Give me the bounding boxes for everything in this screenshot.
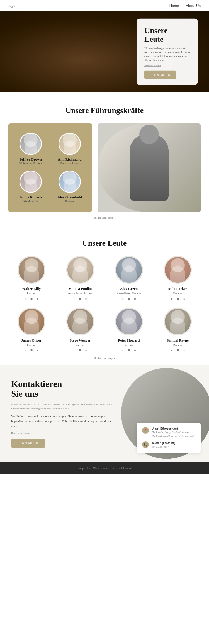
facebook-icon-2[interactable]: f (121, 297, 125, 301)
leadership-freepik-caption: Bilder von Freepik (8, 216, 201, 219)
contact-freepik-link[interactable]: Freepik (23, 431, 30, 434)
hero-learn-more-button[interactable]: LERN MEHR (144, 70, 176, 79)
facebook-icon-4[interactable]: f (23, 348, 28, 353)
person-name-5: Steve Weaver (57, 338, 103, 343)
person-avatar-monica (66, 256, 94, 284)
leader-avatar-alexg (59, 171, 81, 193)
nav-about[interactable]: About Us (186, 4, 201, 8)
instagram-icon-3[interactable]: ☰ (176, 297, 180, 301)
person-avatar-steve (66, 308, 94, 335)
person-name-2: Alex Green (106, 287, 152, 291)
nav-home[interactable]: Home (169, 4, 179, 8)
hero-title: Unsere Leute (144, 26, 190, 44)
person-avatar-alexg2 (115, 256, 143, 284)
linkedin-icon-3[interactable]: in (182, 297, 186, 301)
leader-avatar-jennie (20, 171, 42, 193)
social-icons-3: f ☰ in (155, 297, 201, 301)
person-role-0: Partner (8, 292, 54, 295)
leader-name-jennie: Jennie Roberts (14, 195, 47, 199)
leadership-section: Unsere Führungskräfte Jeffrey Brown Welt… (0, 92, 209, 228)
social-icons-0: f ☰ in (8, 297, 54, 301)
phone-info-text: Telefon (Festnetz) +912 3 567 8987 (152, 441, 175, 449)
contact-description-1: laoreet suspendisse interdum consectetur… (11, 403, 117, 411)
person-name-3: Mila Parker (155, 287, 201, 291)
social-icons-4: f ☰ in (8, 348, 54, 353)
office-address-1: The Interior Design Studio Company (152, 431, 194, 434)
leadership-person-photo (98, 123, 201, 212)
instagram-icon-1[interactable]: ☰ (78, 297, 82, 301)
office-info-item: 📍 Unser Bürostandort The Interior Design… (142, 427, 195, 438)
leader-role-alexg: Partner (53, 199, 86, 203)
leader-card-ann: Ann Richmond Kreativer Leiter (53, 133, 86, 165)
person-role-6: Partner (106, 343, 152, 347)
social-icons-6: f ☰ in (106, 348, 152, 353)
person-card-6: Peter Howard Partner f ☰ in (106, 308, 152, 353)
leader-role-jennie: Vorsitzende (14, 199, 47, 203)
person-avatar-walter (18, 256, 45, 284)
office-label: Unser Bürostandort (152, 427, 194, 430)
linkedin-icon-1[interactable]: in (84, 297, 89, 301)
person-card-0: Walter Lilly Partner f ☰ in (8, 256, 54, 301)
linkedin-icon-5[interactable]: in (84, 348, 89, 353)
facebook-icon-3[interactable]: f (169, 297, 174, 301)
people-title: Unsere Leute (8, 239, 201, 248)
phone-info-item: 📞 Telefon (Festnetz) +912 3 567 8987 (142, 441, 195, 449)
facebook-icon-0[interactable]: f (23, 297, 28, 301)
people-grid: Walter Lilly Partner f ☰ in Monica Pouli… (8, 256, 201, 353)
leader-card-jennie: Jennie Roberts Vorsitzende (14, 171, 47, 203)
person-name-1: Monica Pouliot (57, 287, 103, 291)
leader-name-ann: Ann Richmond (53, 157, 86, 162)
linkedin-icon-7[interactable]: in (182, 348, 186, 353)
person-card-4: James Oliver Partner f ☰ in (8, 308, 54, 353)
leader-avatar-jeffrey (20, 133, 42, 155)
leadership-left-panel: Jeffrey Brown Weltweiter Partner Ann Ric… (8, 123, 92, 212)
social-icons-5: f ☰ in (57, 348, 103, 353)
person-head (139, 125, 159, 144)
office-address-2: The Courtyard, Al Quoz 1, Colorado, USA (152, 434, 194, 438)
instagram-icon-0[interactable]: ☰ (29, 297, 34, 301)
hero-freepik-link[interactable]: Bild von Freepik (144, 64, 190, 66)
person-silhouette (130, 134, 169, 201)
linkedin-icon-4[interactable]: in (35, 348, 40, 353)
leader-name-jeffrey: Jeffrey Brown (14, 157, 47, 162)
phone-icon: 📞 (142, 441, 149, 448)
contact-content: Kontaktieren Sie uns laoreet suspendisse… (11, 379, 117, 448)
person-name-0: Walter Lilly (8, 287, 54, 291)
facebook-icon-1[interactable]: f (72, 297, 76, 301)
nav-links: Home About Us (169, 4, 201, 8)
instagram-icon-4[interactable]: ☰ (29, 348, 34, 353)
person-avatar-samuel (164, 308, 192, 335)
person-role-4: Partner (8, 343, 54, 347)
facebook-icon-6[interactable]: f (121, 348, 125, 353)
contact-description-2: Vestibulum lorem sed risus ultricies tri… (11, 414, 117, 429)
leader-role-ann: Kreativer Leiter (53, 162, 86, 165)
navbar: logo Home About Us (0, 0, 209, 11)
instagram-icon-5[interactable]: ☰ (78, 348, 82, 353)
linkedin-icon-2[interactable]: in (133, 297, 137, 301)
footer-text: Sample text. Click to select the Text El… (77, 467, 132, 470)
facebook-icon-5[interactable]: f (72, 348, 76, 353)
person-card-7: Samuel Payne Partner f ☰ in (155, 308, 201, 353)
leader-role-jeffrey: Weltweiter Partner (14, 162, 47, 165)
person-role-2: Assoziierter Partner (106, 292, 152, 295)
leader-name-alexg: Alex Greenfield (53, 195, 86, 199)
instagram-icon-2[interactable]: ☰ (127, 297, 131, 301)
person-name-6: Peter Howard (106, 338, 152, 343)
leader-avatar-ann (59, 133, 81, 155)
person-role-7: Partner (155, 343, 201, 347)
facebook-icon-7[interactable]: f (169, 348, 174, 353)
person-name-7: Samuel Payne (155, 338, 201, 343)
contact-section: Kontaktieren Sie uns laoreet suspendisse… (0, 365, 209, 462)
person-card-1: Monica Pouliot Assoziierter Partner f ☰ … (57, 256, 103, 301)
instagram-icon-6[interactable]: ☰ (127, 348, 131, 353)
contact-title: Kontaktieren Sie uns (11, 379, 117, 399)
linkedin-icon-6[interactable]: in (133, 348, 137, 353)
linkedin-icon-0[interactable]: in (35, 297, 40, 301)
location-icon: 📍 (142, 427, 149, 434)
people-section: Unsere Leute Walter Lilly Partner f ☰ in… (0, 228, 209, 365)
phone-number: +912 3 567 8987 (152, 445, 175, 449)
social-icons-1: f ☰ in (57, 297, 103, 301)
contact-learn-more-button[interactable]: LERN MEHR (11, 439, 45, 448)
person-card-3: Mila Parker Partner f ☰ in (155, 256, 201, 301)
instagram-icon-7[interactable]: ☰ (176, 348, 180, 353)
